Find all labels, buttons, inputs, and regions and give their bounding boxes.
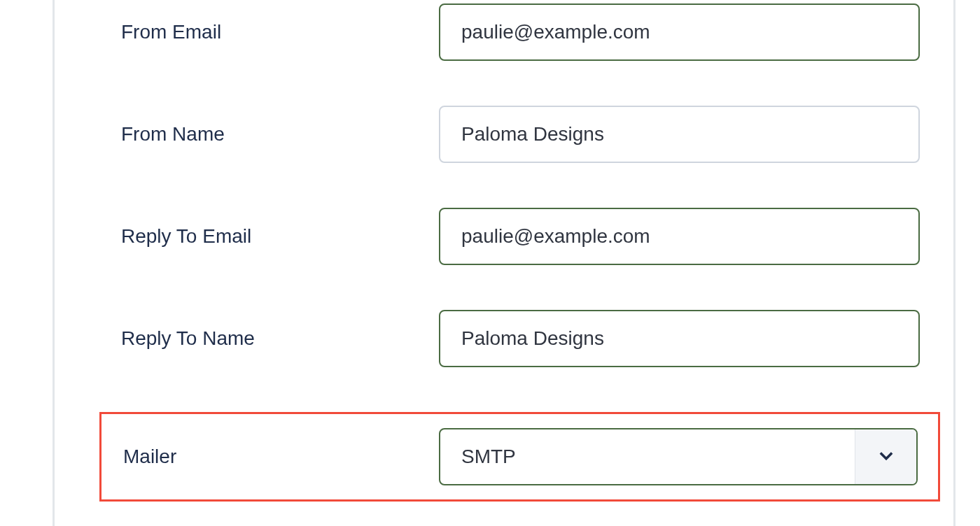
reply-to-name-input[interactable] <box>439 310 920 367</box>
from-name-label: From Name <box>121 123 225 145</box>
from-email-input[interactable] <box>439 3 920 61</box>
label-col: Reply To Name <box>102 327 439 350</box>
row-from-name: From Name <box>102 106 938 163</box>
form-panel: From Email From Name Reply To Email <box>0 0 980 526</box>
label-col: Mailer <box>102 446 439 468</box>
field-col <box>439 310 938 367</box>
row-from-email: From Email <box>102 3 938 61</box>
reply-to-email-label: Reply To Email <box>121 225 251 247</box>
mailer-label: Mailer <box>123 446 176 467</box>
chevron-down-icon <box>876 446 896 468</box>
mailer-select-value: SMTP <box>440 429 855 484</box>
field-col <box>439 106 938 163</box>
mailer-select[interactable]: SMTP <box>439 428 918 485</box>
label-col: From Email <box>102 21 439 43</box>
field-col <box>439 208 938 265</box>
row-mailer: Mailer SMTP <box>99 412 940 502</box>
from-email-label: From Email <box>121 21 221 43</box>
from-name-input[interactable] <box>439 106 920 163</box>
reply-to-name-label: Reply To Name <box>121 327 255 349</box>
form-content: From Email From Name Reply To Email <box>52 0 955 502</box>
label-col: Reply To Email <box>102 225 439 248</box>
row-reply-to-email: Reply To Email <box>102 208 938 265</box>
reply-to-email-input[interactable] <box>439 208 920 265</box>
panel-right-border <box>953 0 955 526</box>
row-reply-to-name: Reply To Name <box>102 310 938 367</box>
field-col <box>439 3 938 61</box>
panel-left-border <box>52 0 55 526</box>
label-col: From Name <box>102 123 439 145</box>
mailer-select-caret <box>855 429 916 484</box>
field-col: SMTP <box>439 428 938 485</box>
